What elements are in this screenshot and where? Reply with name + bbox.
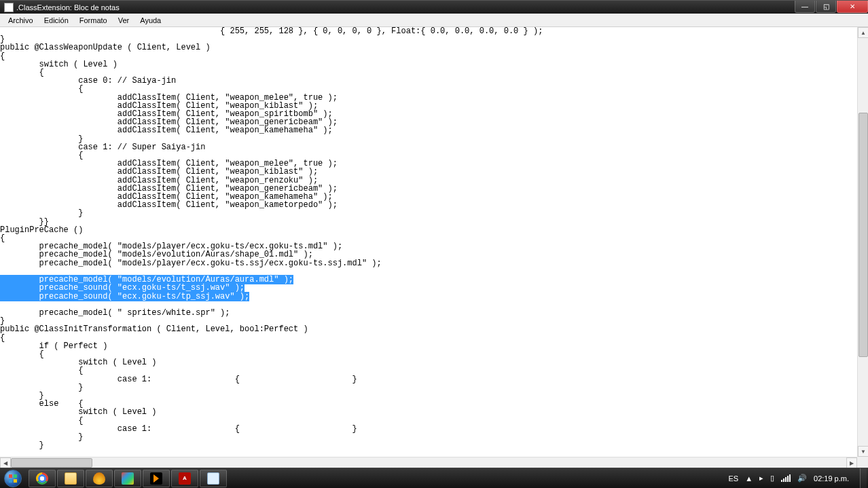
hscroll-track[interactable] <box>11 457 846 468</box>
code-content[interactable]: { 255, 255, 128 }, { 0, 0, 0, 0 }, Float… <box>0 27 857 449</box>
window-title: .ClassExtension: Bloc de notas <box>16 3 794 12</box>
taskbar-chrome[interactable] <box>29 470 56 487</box>
menu-bar: Archivo Edición Formato Ver Ayuda <box>0 14 868 27</box>
taskbar: A ES ▲ ▸ ▯ 🔊 02:19 p.m. <box>0 468 868 488</box>
notepad-icon <box>207 472 219 485</box>
maximize-button[interactable]: ◱ <box>816 1 836 13</box>
taskbar-explorer[interactable] <box>57 470 84 487</box>
notepad-app-icon <box>4 3 14 12</box>
minimize-button[interactable]: — <box>795 1 815 13</box>
vscroll-thumb[interactable] <box>858 113 868 357</box>
scroll-up-button[interactable]: ▲ <box>858 27 868 38</box>
code-post-selection: precache_model( " sprites/white.spr" ); … <box>0 308 357 450</box>
scroll-left-button[interactable]: ◀ <box>0 457 11 468</box>
menu-edicion[interactable]: Edición <box>39 15 74 26</box>
media-player-icon <box>150 472 162 485</box>
window-titlebar: .ClassExtension: Bloc de notas — ◱ ✕ <box>0 0 868 14</box>
horizontal-scrollbar[interactable]: ◀ ▶ <box>0 457 857 468</box>
start-button[interactable] <box>0 468 26 489</box>
taskbar-media-player[interactable] <box>143 470 170 487</box>
menu-ayuda[interactable]: Ayuda <box>134 15 166 26</box>
taskbar-notepad[interactable] <box>200 470 227 487</box>
selected-line-3: precache_sound( "ecx.goku-ts/tp_ssj.wav"… <box>0 292 249 301</box>
taskbar-paint[interactable] <box>114 470 141 487</box>
chrome-icon <box>36 472 48 485</box>
tray-flag-icon[interactable]: ▸ <box>759 474 763 483</box>
windows-orb-icon <box>4 470 22 487</box>
system-tray: ES ▲ ▸ ▯ 🔊 02:19 p.m. <box>728 468 868 489</box>
taskbar-items: A <box>26 470 227 487</box>
hscroll-thumb[interactable] <box>11 458 92 468</box>
taskbar-pdf-reader[interactable]: A <box>171 470 198 487</box>
menu-ver[interactable]: Ver <box>113 15 135 26</box>
code-pre-selection: { 255, 255, 128 }, { 0, 0, 0, 0 }, Float… <box>0 27 543 268</box>
folder-icon <box>65 472 77 485</box>
tray-volume-icon[interactable]: 🔊 <box>797 474 807 483</box>
text-editor[interactable]: { 255, 255, 128 }, { 0, 0, 0, 0 }, Float… <box>0 27 857 457</box>
tray-battery-icon[interactable]: ▯ <box>770 474 774 483</box>
close-button[interactable]: ✕ <box>837 1 868 13</box>
menu-formato[interactable]: Formato <box>74 15 113 26</box>
scrollbar-corner <box>857 457 868 468</box>
tray-show-hidden-icons[interactable]: ▲ <box>745 474 753 483</box>
menu-archivo[interactable]: Archivo <box>3 15 39 26</box>
show-desktop-button[interactable] <box>860 468 867 489</box>
editor-container: { 255, 255, 128 }, { 0, 0, 0, 0 }, Float… <box>0 27 868 468</box>
vertical-scrollbar[interactable]: ▲ ▼ <box>857 27 868 457</box>
tray-network-icon[interactable] <box>781 474 791 483</box>
scroll-right-button[interactable]: ▶ <box>846 457 857 468</box>
pdf-icon: A <box>179 472 191 485</box>
paint-icon <box>122 472 134 485</box>
window-controls: — ◱ ✕ <box>794 1 868 14</box>
taskbar-app-flame[interactable] <box>86 470 113 487</box>
vscroll-track[interactable] <box>858 38 868 446</box>
windows-flag-icon <box>9 474 17 483</box>
tray-language[interactable]: ES <box>728 474 738 483</box>
scroll-down-button[interactable]: ▼ <box>858 446 868 457</box>
flame-icon <box>93 472 105 485</box>
tray-clock[interactable]: 02:19 p.m. <box>814 474 849 483</box>
